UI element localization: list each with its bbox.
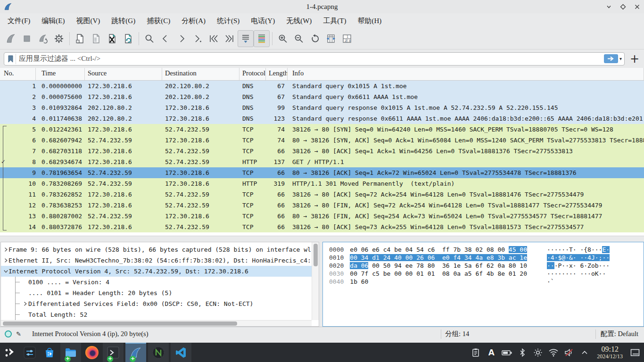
auto-scroll-icon[interactable] — [238, 30, 254, 47]
details-vertical-scrollbar[interactable] — [312, 242, 319, 320]
system-settings-icon[interactable] — [20, 343, 40, 362]
detail-line[interactable]: Ethernet II, Src: NewH3CTechno_7b:38:02 … — [1, 255, 319, 266]
packet-row[interactable]: 110.783262852172.30.218.652.74.232.59TCP… — [0, 189, 644, 200]
menu-item[interactable]: 统计(S) — [211, 15, 245, 27]
reload-file-icon[interactable] — [120, 30, 136, 47]
hex-row[interactable]: 001000 34 d1 24 40 00 26 06 e0 f4 34 4a … — [329, 254, 644, 262]
packet-row[interactable]: 40.011740638202.120.80.2172.30.218.6DNS1… — [0, 113, 644, 124]
discover-icon[interactable] — [40, 343, 59, 362]
hex-row[interactable]: 00401b 60 ·` — [329, 278, 644, 286]
menu-item[interactable]: 跳转(G) — [106, 15, 141, 27]
zoom-in-icon[interactable] — [275, 30, 291, 47]
expand-tray-icon[interactable] — [578, 343, 591, 362]
packet-row[interactable]: 120.783638253172.30.218.652.74.232.59TCP… — [0, 200, 644, 211]
go-forward-icon[interactable] — [173, 30, 190, 47]
detail-line[interactable]: Frame 9: 66 bytes on wire (528 bits), 66… — [1, 244, 319, 255]
detail-line[interactable]: 0100 .... = Version: 4 — [16, 277, 319, 288]
expand-icon[interactable] — [1, 244, 8, 255]
packet-row[interactable]: 70.682703118172.30.218.652.74.232.59TCP6… — [0, 146, 644, 156]
minimize-button[interactable] — [604, 2, 613, 11]
hex-row[interactable]: 0020da 06 00 50 94 ee 78 80 36 1e 5a 6f … — [329, 262, 644, 270]
zoom-reset-icon[interactable] — [307, 30, 323, 47]
restart-capture-icon[interactable] — [35, 30, 51, 47]
packet-row[interactable]: 60.68260794252.74.232.59172.30.218.6TCP7… — [0, 135, 644, 146]
go-first-icon[interactable] — [206, 30, 222, 47]
menu-item[interactable]: 无线(W) — [281, 15, 317, 27]
display-filter-input[interactable]: 应用显示过滤器 ... <Ctrl-/> ▾ — [4, 52, 625, 66]
close-file-icon[interactable] — [104, 30, 120, 47]
apply-filter-icon[interactable] — [604, 54, 618, 63]
column-header[interactable]: Length — [266, 68, 288, 80]
filter-bookmark-icon[interactable] — [6, 54, 16, 64]
menu-item[interactable]: 工具(T) — [317, 15, 352, 27]
collapse-icon[interactable] — [1, 266, 8, 277]
add-filter-button-icon[interactable]: + — [629, 53, 640, 65]
open-file-icon[interactable] — [72, 30, 88, 47]
resize-columns-icon[interactable] — [323, 30, 339, 47]
input-method-icon[interactable]: A — [485, 343, 497, 362]
detail-line[interactable]: .... 0101 = Header Length: 20 bytes (5) — [16, 288, 319, 298]
layout-icon[interactable]: 123 — [339, 30, 355, 47]
packet-row[interactable]: 140.880372876172.30.218.652.74.232.59TCP… — [0, 222, 644, 232]
detail-line[interactable]: Internet Protocol Version 4, Src: 52.74.… — [1, 266, 319, 277]
find-packet-icon[interactable] — [141, 30, 157, 47]
packet-row[interactable]: 130.88028700252.74.232.59172.30.218.6TCP… — [0, 211, 644, 222]
app-launcher-icon[interactable] — [0, 343, 20, 362]
colorize-icon[interactable] — [254, 30, 270, 47]
battery-icon[interactable] — [501, 343, 513, 362]
pane-splitter[interactable] — [0, 236, 644, 242]
stop-capture-icon[interactable] — [19, 30, 35, 47]
column-header[interactable]: Info — [288, 68, 644, 80]
expand-icon[interactable] — [22, 298, 28, 309]
brightness-icon[interactable] — [532, 343, 544, 362]
packet-row[interactable]: 20.000075600172.30.218.6202.120.80.2DNS6… — [0, 91, 644, 102]
filter-dropdown-icon[interactable]: ▾ — [619, 56, 622, 61]
go-to-packet-icon[interactable] — [190, 30, 206, 47]
neovim-task[interactable] — [148, 343, 169, 362]
status-profile[interactable]: 配置: Default — [596, 329, 644, 338]
menu-item[interactable]: 文件(F) — [2, 15, 36, 27]
column-header[interactable]: Destination — [162, 68, 239, 80]
wifi-icon[interactable] — [547, 343, 560, 362]
terminal-task[interactable]: + — [103, 343, 124, 362]
hex-row[interactable]: 0000e0 06 e6 c4 be 04 54 c6 ff 7b 38 02 … — [329, 246, 644, 254]
capture-options-icon[interactable] — [51, 30, 67, 47]
packet-row[interactable]: 90.78196365452.74.232.59172.30.218.6TCP6… — [0, 167, 644, 178]
clock[interactable]: 09:12 2024/12/13 — [594, 346, 626, 359]
show-desktop-icon[interactable] — [629, 343, 641, 362]
packet-row[interactable]: 100.78320826952.74.232.59172.30.218.6HTT… — [0, 178, 644, 189]
go-last-icon[interactable] — [222, 30, 238, 47]
menu-item[interactable]: 帮助(H) — [352, 15, 387, 27]
maximize-button[interactable] — [619, 2, 627, 11]
go-back-icon[interactable] — [157, 30, 173, 47]
clipboard-icon[interactable] — [470, 343, 482, 362]
file-manager-task[interactable]: + — [60, 343, 81, 362]
edit-capture-comment-icon[interactable]: ✎ — [16, 330, 21, 338]
menu-item[interactable]: 分析(A) — [176, 15, 211, 27]
menu-item[interactable]: 编辑(E) — [36, 15, 70, 27]
menu-item[interactable]: 视图(V) — [71, 15, 106, 27]
detail-line[interactable]: Total Length: 52 — [16, 309, 319, 320]
column-header[interactable]: Protocol — [239, 68, 266, 80]
wireshark-task[interactable]: + — [125, 343, 146, 362]
volume-muted-icon[interactable] — [563, 343, 575, 362]
firefox-icon[interactable] — [82, 343, 102, 362]
close-button[interactable] — [633, 2, 641, 11]
packet-row[interactable]: 10.000000000172.30.218.6202.120.80.2DNS6… — [0, 81, 644, 91]
column-header[interactable]: Source — [85, 68, 162, 80]
bluetooth-icon[interactable] — [516, 343, 528, 362]
hex-row[interactable]: 003000 7f c5 be 00 00 01 01 08 0a a5 6f … — [329, 270, 644, 278]
packet-row[interactable]: 50.012242361172.30.218.652.74.232.59TCP7… — [0, 124, 644, 135]
vscode-task[interactable] — [171, 343, 191, 362]
packet-row[interactable]: 80.682934674172.30.218.652.74.232.59HTTP… — [0, 156, 644, 167]
expand-icon[interactable] — [1, 255, 8, 266]
detail-line[interactable]: Differentiated Services Field: 0x00 (DSC… — [16, 298, 319, 309]
column-header[interactable]: Time — [36, 68, 85, 80]
zoom-out-icon[interactable] — [291, 30, 307, 47]
save-file-icon[interactable] — [88, 30, 104, 47]
column-header[interactable]: No. — [0, 68, 36, 80]
menu-item[interactable]: 电话(Y) — [245, 15, 281, 27]
start-capture-icon[interactable] — [3, 30, 19, 47]
packet-row[interactable]: 30.010932864202.120.80.2172.30.218.6DNS9… — [0, 102, 644, 113]
details-horizontal-scrollbar[interactable] — [1, 320, 312, 326]
